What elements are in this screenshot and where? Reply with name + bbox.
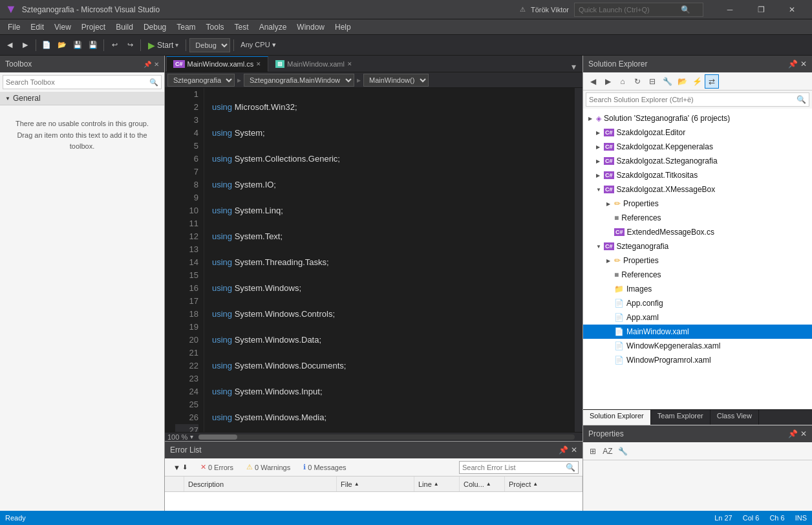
se-home-button[interactable]: ⌂ [615,74,630,89]
se-close[interactable]: ✕ [800,59,807,69]
col-line[interactable]: Line ▲ [414,477,460,491]
se-filter-button[interactable]: ⚡ [690,74,704,89]
menu-tools[interactable]: Tools [201,19,230,35]
debug-config-select[interactable]: Debug [189,38,230,52]
tree-mainwindowxaml[interactable]: 📄 MainWindow.xaml [583,325,812,339]
messages-filter-button[interactable]: ℹ 0 Messages [299,461,350,473]
errors-filter-button[interactable]: ✕ 0 Errors [196,461,238,473]
zoom-level[interactable]: 100 % [167,433,187,441]
menu-project[interactable]: Project [76,19,111,35]
save-button[interactable]: 💾 [70,38,85,52]
tree-titkositas[interactable]: ▶ C# Szakdolgozat.Titkositas [583,168,812,182]
se-back-button[interactable]: ◀ [586,74,600,89]
menu-build[interactable]: Build [111,19,138,35]
tree-kepgeneralas[interactable]: ▶ C# Szakdolgozat.Kepgeneralas [583,140,812,154]
tree-appconfig[interactable]: 📄 App.config [583,296,812,310]
expand-main-project[interactable]: ▼ [596,244,604,250]
se-properties-button[interactable]: 🔧 [660,74,674,89]
props-alpha-btn[interactable]: AZ [601,444,615,458]
menu-edit[interactable]: Edit [25,19,49,35]
props-close[interactable]: ✕ [800,429,807,438]
h-scrollbar-thumb[interactable] [198,434,237,440]
props-pin[interactable]: 📌 [788,429,798,438]
tree-windowprogramrol[interactable]: 📄 WindowProgramrol.xaml [583,353,812,367]
tree-xmsg-properties[interactable]: ▶ ✏ Properties [583,197,812,211]
tab-mainwindow-xaml[interactable]: ⊞ MainWindow.xaml ✕ [268,56,359,72]
se-search-input[interactable] [589,96,796,103]
back-button[interactable]: ◀ [3,38,17,52]
se-forward-button[interactable]: ▶ [601,74,615,89]
open-file-button[interactable]: 📂 [55,38,69,52]
breadcrumb-namespace[interactable]: Szteganografia [167,74,235,87]
col-project[interactable]: Project ▲ [505,477,582,491]
se-refresh-button[interactable]: ↻ [630,74,645,89]
menu-file[interactable]: File [3,19,25,35]
tab-mainwindow-cs[interactable]: C# MainWindow.xaml.cs ✕ [166,56,268,72]
tree-xmessagebox[interactable]: ▼ C# Szakdolgozat.XMessageBox [583,182,812,197]
expand-xmessagebox[interactable]: ▼ [596,187,604,193]
tree-szteganografia[interactable]: ▶ C# Szakdolgozat.Szteganografia [583,154,812,168]
expand-main-props[interactable]: ▶ [606,258,614,264]
error-list-pin[interactable]: 📌 [559,445,568,455]
tree-solution[interactable]: ▶ ◈ Solution 'Szteganografia' (6 project… [583,111,812,125]
tab-list-button[interactable]: ▾ [566,61,581,72]
code-editor[interactable]: using Microsoft.Win32; using System; usi… [204,88,575,432]
expand-kepgeneralas[interactable]: ▶ [596,144,604,150]
tree-appxaml[interactable]: 📄 App.xaml [583,310,812,325]
toolbox-close-button[interactable]: ✕ [154,61,159,68]
quick-launch-input[interactable] [575,6,678,14]
menu-analyze[interactable]: Analyze [254,19,292,35]
col-description[interactable]: Description [184,477,337,491]
close-button[interactable]: ✕ [777,0,807,19]
start-dropdown-icon[interactable]: ▾ [175,41,178,48]
toolbox-search-input[interactable] [6,78,149,86]
col-file[interactable]: File ▲ [337,477,414,491]
toolbox-pin-button[interactable]: 📌 [144,61,151,68]
zoom-dropdown[interactable]: ▾ [190,433,193,440]
tree-main-references[interactable]: ■ References [583,268,812,282]
tree-images[interactable]: 📁 Images [583,282,812,296]
error-list-close[interactable]: ✕ [571,445,577,455]
se-pin[interactable]: 📌 [788,59,798,69]
tab-close-cs[interactable]: ✕ [256,61,261,67]
error-filter-dropdown[interactable]: ▼ ⬇ [169,462,192,473]
tab-solution-explorer[interactable]: Solution Explorer [583,410,651,425]
restore-button[interactable]: ❐ [746,0,776,19]
solution-platforms[interactable]: Any CPU ▾ [237,38,289,52]
new-file-button[interactable]: 📄 [39,38,54,52]
start-button[interactable]: ▶ Start ▾ [144,39,182,52]
menu-debug[interactable]: Debug [138,19,171,35]
se-show-all-button[interactable]: 📂 [675,74,689,89]
tree-windowkepgeneralas[interactable]: 📄 WindowKepgeneralas.xaml [583,339,812,353]
menu-window[interactable]: Window [292,19,330,35]
tree-main-properties[interactable]: ▶ ✏ Properties [583,253,812,268]
minimize-button[interactable]: ─ [715,0,745,19]
editor-scrollbar[interactable] [575,88,582,432]
toolbox-group-general[interactable]: ▼ General [0,92,164,105]
se-collapse-button[interactable]: ⊟ [645,74,659,89]
breadcrumb-class[interactable]: Szteganografia.MainWindow [244,74,354,87]
expand-szteganografia[interactable]: ▶ [596,158,604,164]
breadcrumb-method[interactable]: MainWindow() [363,74,429,87]
tree-main-project[interactable]: ▼ C# Szteganografia [583,239,812,253]
expand-solution[interactable]: ▶ [588,116,596,122]
redo-button[interactable]: ↪ [123,38,137,52]
undo-button[interactable]: ↩ [107,38,122,52]
col-column[interactable]: Colu... ▲ [460,477,505,491]
expand-editor[interactable]: ▶ [596,130,604,136]
expand-xmsg-props[interactable]: ▶ [606,201,614,207]
warnings-filter-button[interactable]: ⚠ 0 Warnings [242,461,295,473]
tree-xmsg-extmsgbox[interactable]: C# ExtendedMessageBox.cs [583,225,812,239]
expand-titkositas[interactable]: ▶ [596,173,604,178]
props-filter-btn[interactable]: 🔧 [615,444,630,458]
h-scrollbar-track[interactable] [198,434,575,440]
props-category-btn[interactable]: ⊞ [586,444,600,458]
se-sync-button[interactable]: ⇄ [705,74,719,89]
tree-xmsg-references[interactable]: ■ References [583,211,812,225]
menu-test[interactable]: Test [230,19,254,35]
tab-class-view[interactable]: Class View [710,410,759,425]
tree-editor[interactable]: ▶ C# Szakdolgozat.Editor [583,125,812,140]
error-search-input[interactable] [462,464,566,471]
tab-close-xaml[interactable]: ✕ [347,61,352,67]
save-all-button[interactable]: 💾 [86,38,100,52]
